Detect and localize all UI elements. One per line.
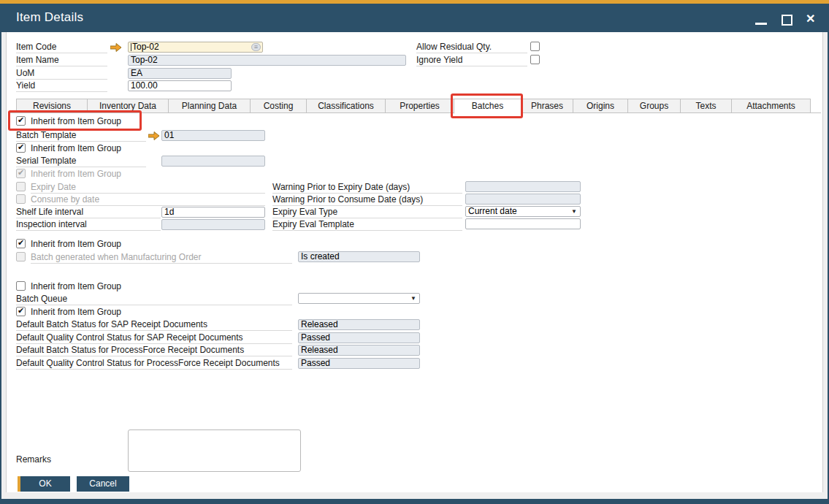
tab-classifications[interactable]: Classifications: [306, 99, 386, 113]
expiry-eval-template-input[interactable]: [465, 218, 581, 229]
window-bottom-edge: [0, 499, 829, 504]
item-code-input[interactable]: Top-02 ≡: [128, 42, 263, 53]
inherit-batch-template-checkbox[interactable]: [16, 116, 26, 126]
inherit-expiry-group-label: Inherit from Item Group: [31, 169, 121, 180]
expiry-eval-type-value: Current date: [468, 207, 517, 216]
window-title: Item Details: [16, 10, 83, 25]
batch-template-input[interactable]: 01: [161, 130, 265, 141]
expiry-date-checkbox: [16, 182, 26, 191]
inherit-batch-generated-checkbox[interactable]: [16, 239, 26, 248]
dropdown-arrow-icon: ▼: [571, 209, 577, 215]
inherit-batch-generated-label: Inherit from Item Group: [31, 239, 121, 251]
ignore-yield-checkbox[interactable]: [530, 55, 540, 64]
consume-by-date-checkbox: [16, 194, 26, 204]
tab-batches[interactable]: Batches: [454, 99, 522, 114]
expiry-eval-type-dropdown[interactable]: Current date ▼: [465, 206, 581, 217]
default-qc-pf-input[interactable]: Passed: [298, 358, 420, 369]
item-name-label: Item Name: [16, 55, 107, 66]
default-qc-sap-label: Default Quality Control Status for SAP R…: [16, 332, 292, 344]
default-batch-pf-input[interactable]: Released: [298, 345, 420, 356]
tab-inventory-data[interactable]: Inventory Data: [87, 99, 169, 113]
item-code-label: Item Code: [16, 42, 107, 53]
batch-generated-label: Batch generated when Manufacturing Order: [31, 252, 292, 264]
tab-origins[interactable]: Origins: [573, 99, 628, 113]
uom-value: EA: [131, 69, 142, 78]
inherit-serial-template-checkbox[interactable]: [16, 143, 26, 153]
default-batch-sap-label: Default Batch Status for SAP Receipt Doc…: [16, 319, 292, 331]
item-details-window: Item Details ✕ Item Code Top-02 ≡ Item N…: [0, 0, 829, 504]
warning-consume-label: Warning Prior to Consume Date (days): [272, 194, 462, 206]
shelf-life-interval-input[interactable]: 1d: [161, 207, 265, 218]
yield-input[interactable]: 100.00: [128, 80, 232, 91]
inherit-default-status-label: Inherit from Item Group: [31, 307, 121, 318]
close-button[interactable]: ✕: [803, 11, 821, 28]
uom-input[interactable]: EA: [128, 68, 232, 79]
batch-generated-checkbox: [16, 252, 26, 261]
tab-costing[interactable]: Costing: [250, 99, 307, 113]
inherit-serial-template-label: Inherit from Item Group: [31, 143, 121, 155]
batch-generated-value: Is created: [301, 252, 340, 261]
window-left-edge: [0, 4, 1, 504]
maximize-icon: [782, 15, 792, 26]
maximize-button[interactable]: [779, 11, 796, 28]
expiry-date-label: Expiry Date: [31, 182, 265, 194]
item-name-value: Top-02: [131, 56, 158, 65]
batch-template-value: 01: [164, 131, 174, 140]
remarks-label: Remarks: [16, 454, 89, 466]
dropdown-arrow-icon: ▼: [410, 296, 416, 302]
link-arrow-icon[interactable]: [110, 43, 122, 52]
default-batch-pf-value: Released: [301, 345, 338, 355]
yield-value: 100.00: [131, 81, 158, 91]
minimize-button[interactable]: [752, 11, 770, 28]
text-caret: [131, 43, 131, 51]
allow-residual-qty-label: Allow Residual Qty.: [416, 42, 527, 53]
default-qc-sap-input[interactable]: Passed: [298, 332, 420, 343]
shelf-life-interval-value: 1d: [164, 207, 174, 217]
tab-attachments[interactable]: Attachments: [731, 99, 811, 113]
remarks-textarea[interactable]: [128, 429, 301, 472]
tab-texts[interactable]: Texts: [680, 99, 732, 113]
ok-button[interactable]: OK: [18, 476, 70, 492]
inherit-expiry-group-checkbox: [16, 169, 26, 178]
warning-expiry-input[interactable]: [465, 181, 581, 192]
warning-expiry-label: Warning Prior to Expiry Date (days): [272, 182, 462, 194]
batch-queue-label: Batch Queue: [16, 294, 292, 305]
default-batch-pf-label: Default Batch Status for ProcessForce Re…: [16, 345, 292, 356]
uom-label: UoM: [16, 68, 107, 80]
allow-residual-qty-checkbox[interactable]: [530, 42, 540, 51]
titlebar[interactable]: Item Details ✕: [1, 4, 828, 32]
batch-queue-dropdown[interactable]: ▼: [298, 293, 420, 304]
batch-generated-input[interactable]: Is created: [298, 251, 420, 262]
inherit-batch-template-label: Inherit from Item Group: [31, 116, 121, 128]
batch-template-label: Batch Template: [16, 130, 146, 142]
tab-revisions[interactable]: Revisions: [16, 99, 88, 113]
yield-label: Yield: [16, 80, 107, 92]
serial-template-input[interactable]: [161, 156, 265, 167]
choose-from-list-icon[interactable]: ≡: [251, 43, 261, 51]
link-arrow-icon[interactable]: [148, 131, 160, 140]
inspection-interval-input[interactable]: [161, 219, 265, 230]
tab-planning-data[interactable]: Planning Data: [168, 99, 251, 113]
default-qc-pf-label: Default Quality Control Status for Proce…: [16, 358, 292, 370]
serial-template-label: Serial Template: [16, 156, 146, 167]
tab-phrases[interactable]: Phrases: [521, 99, 573, 113]
shelf-life-interval-label: Shelf Life interval: [16, 207, 161, 218]
warning-consume-input[interactable]: [465, 194, 581, 205]
item-code-value: Top-02: [132, 42, 159, 52]
default-batch-sap-input[interactable]: Released: [298, 319, 420, 330]
cancel-button[interactable]: Cancel: [77, 476, 129, 492]
close-icon: ✕: [806, 12, 815, 26]
inherit-batch-queue-checkbox[interactable]: [16, 281, 26, 291]
default-batch-sap-value: Released: [301, 320, 338, 329]
minimize-icon: [755, 23, 767, 25]
expiry-eval-template-label: Expiry Eval Template: [272, 219, 462, 231]
default-qc-sap-value: Passed: [301, 333, 330, 343]
expiry-eval-type-label: Expiry Eval Type: [272, 207, 462, 218]
inherit-batch-queue-label: Inherit from Item Group: [31, 281, 121, 293]
inherit-default-status-checkbox[interactable]: [16, 307, 26, 316]
tab-groups[interactable]: Groups: [627, 99, 681, 113]
item-name-input[interactable]: Top-02: [128, 55, 406, 66]
tab-properties[interactable]: Properties: [385, 99, 454, 113]
consume-by-date-label: Consume by date: [31, 194, 265, 206]
default-qc-pf-value: Passed: [301, 359, 330, 368]
